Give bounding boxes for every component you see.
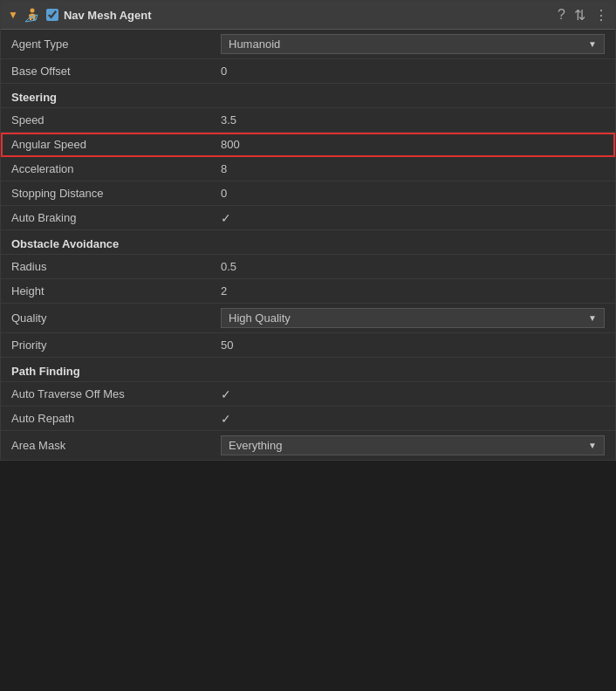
panel-header: ▼ Nav Mesh Agent ? ⇅ ⋮ — [1, 1, 615, 30]
base-offset-value[interactable]: 0 — [221, 65, 605, 78]
height-label: Height — [11, 284, 221, 298]
auto-repath-checkbox[interactable]: ✓ — [221, 412, 605, 426]
auto-braking-checkbox[interactable]: ✓ — [221, 211, 605, 225]
quality-row: Quality High Quality ▼ — [1, 304, 615, 333]
quality-dropdown-arrow: ▼ — [588, 313, 597, 323]
stopping-distance-row: Stopping Distance 0 — [1, 181, 615, 206]
component-enabled-checkbox[interactable] — [46, 9, 58, 21]
panel-title: Nav Mesh Agent — [64, 9, 552, 22]
header-actions: ? ⇅ ⋮ — [558, 7, 608, 24]
agent-type-row: Agent Type Humanoid ▼ — [1, 30, 615, 59]
stopping-distance-value[interactable]: 0 — [221, 187, 605, 200]
priority-row: Priority 50 — [1, 333, 615, 358]
auto-braking-row: Auto Braking ✓ — [1, 206, 615, 230]
agent-type-value: Humanoid — [229, 38, 280, 51]
angular-speed-row: Angular Speed 800 — [1, 133, 615, 157]
svg-point-0 — [30, 9, 34, 13]
radius-row: Radius 0.5 — [1, 255, 615, 279]
height-row: Height 2 — [1, 279, 615, 304]
collapse-arrow[interactable]: ▼ — [8, 9, 18, 21]
steering-header: Steering — [1, 84, 615, 108]
acceleration-label: Acceleration — [11, 162, 221, 175]
auto-traverse-checkbox[interactable]: ✓ — [221, 387, 605, 401]
help-icon[interactable]: ? — [558, 7, 565, 23]
obstacle-avoidance-header: Obstacle Avoidance — [1, 230, 615, 255]
settings-icon[interactable]: ⇅ — [574, 7, 585, 24]
base-offset-label: Base Offset — [11, 65, 221, 78]
nav-mesh-agent-panel: ▼ Nav Mesh Agent ? ⇅ ⋮ Agent Type — [0, 0, 616, 461]
agent-type-label: Agent Type — [11, 38, 221, 51]
auto-traverse-label: Auto Traverse Off Mes — [11, 387, 221, 400]
angular-speed-label: Angular Speed — [11, 138, 221, 151]
angular-speed-value[interactable]: 800 — [221, 138, 605, 151]
pathfinding-header: Path Finding — [1, 358, 615, 382]
quality-dropdown[interactable]: High Quality ▼ — [221, 308, 605, 328]
auto-repath-label: Auto Repath — [11, 412, 221, 425]
auto-braking-label: Auto Braking — [11, 211, 221, 224]
area-mask-dropdown[interactable]: Everything ▼ — [221, 435, 605, 455]
quality-label: Quality — [11, 311, 221, 325]
auto-traverse-row: Auto Traverse Off Mes ✓ — [1, 382, 615, 407]
stopping-distance-label: Stopping Distance — [11, 187, 221, 200]
radius-label: Radius — [11, 260, 221, 273]
area-mask-label: Area Mask — [11, 439, 221, 452]
speed-label: Speed — [11, 113, 221, 127]
priority-label: Priority — [11, 339, 221, 352]
acceleration-value[interactable]: 8 — [221, 162, 605, 175]
area-mask-value: Everything — [229, 439, 282, 452]
height-value[interactable]: 2 — [221, 284, 605, 298]
speed-row: Speed 3.5 — [1, 108, 615, 133]
auto-repath-row: Auto Repath ✓ — [1, 407, 615, 431]
area-mask-dropdown-arrow: ▼ — [588, 441, 597, 450]
radius-value[interactable]: 0.5 — [221, 260, 605, 273]
nav-mesh-icon — [24, 6, 41, 24]
acceleration-row: Acceleration 8 — [1, 157, 615, 181]
panel-content: Agent Type Humanoid ▼ Base Offset 0 Stee… — [1, 30, 615, 460]
area-mask-row: Area Mask Everything ▼ — [1, 431, 615, 460]
priority-value[interactable]: 50 — [221, 339, 605, 352]
agent-type-dropdown[interactable]: Humanoid ▼ — [221, 34, 605, 54]
quality-value: High Quality — [229, 311, 291, 325]
agent-type-dropdown-arrow: ▼ — [588, 39, 597, 49]
speed-value[interactable]: 3.5 — [221, 113, 605, 127]
more-icon[interactable]: ⋮ — [594, 7, 608, 24]
base-offset-row: Base Offset 0 — [1, 59, 615, 84]
